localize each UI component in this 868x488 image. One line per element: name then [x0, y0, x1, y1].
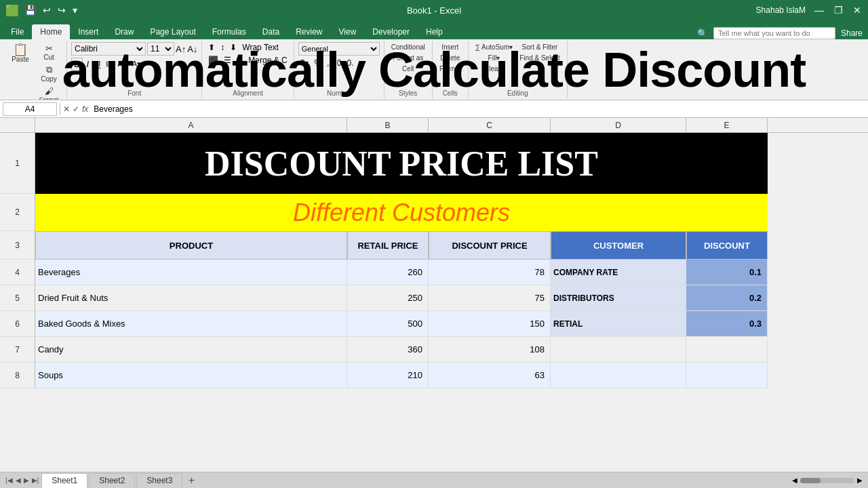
cell-b3[interactable]: RETAIL PRICE: [347, 231, 429, 260]
cell-c4[interactable]: 78: [429, 260, 551, 285]
cell-d6[interactable]: RETIAL: [551, 311, 686, 337]
tab-insert[interactable]: Insert: [70, 24, 106, 39]
cell-c5[interactable]: 75: [429, 285, 551, 311]
cell-c3[interactable]: DISCOUNT PRICE: [429, 231, 551, 260]
find-select-btn[interactable]: Find & Select: [517, 53, 562, 63]
font-size-select[interactable]: 11: [147, 42, 174, 56]
cell-c7[interactable]: 108: [429, 337, 551, 363]
cell-a8[interactable]: Soups: [35, 363, 347, 388]
fill-color-btn[interactable]: A▾: [115, 59, 128, 69]
confirm-formula-icon[interactable]: ✓: [73, 104, 79, 114]
cancel-formula-icon[interactable]: ✕: [63, 104, 70, 114]
undo-quickaccess[interactable]: ↩: [41, 3, 52, 17]
format-painter-btn[interactable]: 🖌Format: [35, 85, 62, 100]
row-num-2[interactable]: 2: [0, 194, 35, 231]
sheet-tab-1[interactable]: Sheet1: [41, 473, 87, 488]
tab-formulas[interactable]: Formulas: [204, 24, 254, 39]
format-cells-btn[interactable]: Format: [437, 64, 464, 74]
row-num-1[interactable]: 1: [0, 133, 35, 194]
increase-decimal-btn[interactable]: .0: [332, 58, 343, 68]
tab-review[interactable]: Review: [288, 24, 330, 39]
merge-center-btn[interactable]: Merge & C: [246, 55, 289, 66]
conditional-formatting-btn[interactable]: Conditional: [389, 42, 428, 52]
col-header-a[interactable]: A: [35, 118, 347, 132]
row-num-3[interactable]: 3: [0, 231, 35, 260]
clear-btn[interactable]: Clear▾: [473, 64, 516, 74]
close-btn[interactable]: ✕: [852, 5, 863, 16]
format-as-table-btn[interactable]: Format as: [389, 53, 428, 63]
cell-a3[interactable]: PRODUCT: [35, 231, 347, 260]
cell-d7[interactable]: [551, 337, 686, 363]
cell-e7[interactable]: [686, 337, 768, 363]
number-format-select[interactable]: General: [298, 42, 380, 56]
cell-e5[interactable]: 0.2: [686, 285, 768, 311]
fill-btn[interactable]: Fill▾: [473, 53, 516, 63]
cell-b4[interactable]: 260: [347, 260, 429, 285]
tab-developer[interactable]: Developer: [364, 24, 418, 39]
tab-help[interactable]: Help: [418, 24, 451, 39]
paste-btn[interactable]: 📋 Paste: [7, 42, 34, 64]
cell-e4[interactable]: 0.1: [686, 260, 768, 285]
cut-btn[interactable]: ✂Cut: [35, 42, 62, 62]
cell-reference-input[interactable]: [3, 102, 57, 116]
sort-filter-btn[interactable]: Sort & Filter: [517, 42, 562, 52]
cell-a7[interactable]: Candy: [35, 337, 347, 363]
insert-function-icon[interactable]: fx: [82, 104, 88, 114]
cell-d4[interactable]: COMPANY RATE: [551, 260, 686, 285]
col-header-d[interactable]: D: [551, 118, 686, 132]
font-color-btn[interactable]: A▾: [130, 59, 143, 69]
save-quickaccess[interactable]: 💾: [23, 3, 37, 17]
italic-btn[interactable]: I: [84, 58, 91, 70]
tab-data[interactable]: Data: [254, 24, 288, 39]
cell-e6[interactable]: 0.3: [686, 311, 768, 337]
row-num-6[interactable]: 6: [0, 311, 35, 337]
tab-file[interactable]: File: [3, 24, 32, 39]
autosum-btn[interactable]: ∑ AutoSum▾: [473, 42, 516, 52]
wrap-text-btn[interactable]: Wrap Text: [240, 42, 281, 53]
scroll-left-btn[interactable]: ◀: [792, 476, 797, 484]
col-header-e[interactable]: E: [686, 118, 768, 132]
row-num-8[interactable]: 8: [0, 363, 35, 388]
cell-e3[interactable]: DISCOUNT: [686, 231, 768, 260]
cell-e8[interactable]: [686, 363, 768, 388]
align-center-btn[interactable]: ☰: [222, 55, 233, 66]
cell-a5[interactable]: Dried Fruit & Nuts: [35, 285, 347, 311]
cell-styles-btn[interactable]: Cell: [389, 64, 428, 74]
insert-cells-btn[interactable]: Insert: [437, 42, 464, 52]
col-header-c[interactable]: C: [429, 118, 551, 132]
align-bottom-btn[interactable]: ⬇: [228, 42, 239, 53]
cell-b7[interactable]: 360: [347, 337, 429, 363]
cell-d5[interactable]: DISTRIBUTORS: [551, 285, 686, 311]
cell-b6[interactable]: 500: [347, 311, 429, 337]
bold-btn[interactable]: B: [71, 58, 83, 70]
cell-c6[interactable]: 150: [429, 311, 551, 337]
redo-quickaccess[interactable]: ↪: [56, 3, 67, 17]
add-sheet-btn[interactable]: +: [184, 473, 199, 488]
cell-a6[interactable]: Baked Goods & Mixes: [35, 311, 347, 337]
cell-d3[interactable]: CUSTOMER: [551, 231, 686, 260]
align-top-btn[interactable]: ⬆: [206, 42, 217, 53]
ribbon-search[interactable]: Tell me what you want to do: [713, 27, 835, 39]
currency-btn[interactable]: $▾: [298, 58, 311, 68]
cell-a4[interactable]: Beverages: [35, 260, 347, 285]
sheet-nav-prev[interactable]: ◀: [16, 476, 21, 484]
sheet-nav-last[interactable]: ▶|: [32, 476, 39, 484]
percent-btn[interactable]: %: [312, 58, 323, 68]
decrease-decimal-btn[interactable]: 0.: [344, 58, 355, 68]
sheet-tab-2[interactable]: Sheet2: [89, 473, 135, 488]
tab-page-layout[interactable]: Page Layout: [142, 24, 203, 39]
copy-btn[interactable]: ⧉Copy: [35, 63, 62, 84]
border-btn[interactable]: ⊟: [104, 59, 114, 69]
cell-d8[interactable]: [551, 363, 686, 388]
share-btn[interactable]: Share: [841, 28, 863, 38]
font-grow-btn[interactable]: A↑: [176, 44, 186, 54]
customize-quickaccess[interactable]: ▾: [71, 3, 79, 17]
minimize-btn[interactable]: —: [814, 5, 825, 16]
sheet-nav-first[interactable]: |◀: [5, 476, 13, 484]
align-middle-btn[interactable]: ↕: [218, 42, 226, 53]
align-right-btn[interactable]: ▶: [235, 55, 245, 66]
comma-btn[interactable]: ,: [325, 58, 331, 68]
cell-b5[interactable]: 250: [347, 285, 429, 311]
cell-a2[interactable]: Different Customers: [35, 194, 768, 231]
col-header-b[interactable]: B: [347, 118, 429, 132]
